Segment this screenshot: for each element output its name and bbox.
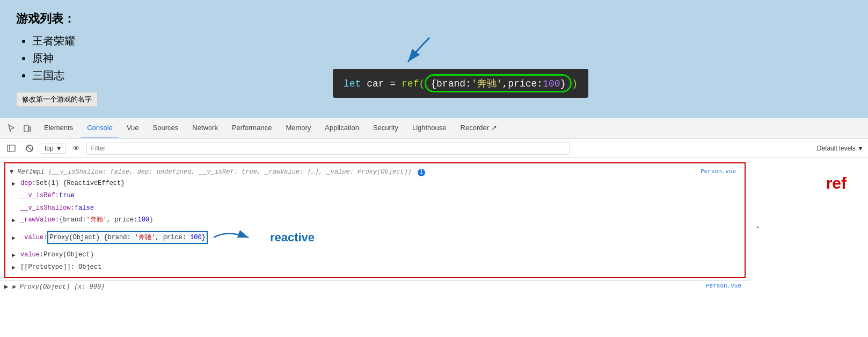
tab-vue[interactable]: Vue (120, 118, 145, 139)
default-levels-label: Default levels ▼ (817, 145, 864, 152)
blue-arrow (397, 32, 440, 67)
svg-rect-3 (8, 145, 15, 152)
rawvalue-line: ▶ _rawValue : {brand: '奔驰' , price: 100 … (10, 214, 740, 226)
code-op: = (390, 78, 402, 89)
reactive-annotation: reactive (270, 227, 315, 247)
v-isref-line: ▶ __v_isRef : true (10, 190, 740, 202)
ref-annotation: ref (826, 174, 847, 192)
v-isref-value: true (59, 190, 75, 201)
svg-line-6 (27, 146, 32, 150)
value-triangle[interactable]: ▶ (12, 233, 18, 243)
prototype-triangle[interactable]: ▶ (12, 263, 18, 273)
dot: · (755, 223, 761, 232)
proxy-price-val: 100 (190, 234, 202, 241)
ref-impl-header-row: ▼ RefImpl {__v_isShallow: false, dep: un… (10, 167, 740, 177)
v-isref-prop: __v_isRef (20, 190, 55, 201)
proxy-price: , price: (155, 234, 190, 241)
sidebar-toggle-icon[interactable] (4, 141, 18, 155)
value-prop: _value (20, 232, 43, 243)
proxy-brand: '奔驰' (135, 234, 155, 241)
proxy-close: } (202, 234, 206, 241)
person-vue-link-1[interactable]: Person.vue (701, 167, 740, 177)
tab-recorder[interactable]: Recorder ↗ (454, 118, 504, 139)
code-highlighted: {brand:'奔驰',price:100} (425, 74, 572, 92)
collapse-triangle[interactable]: ▼ (10, 168, 17, 176)
bottom-line-row: ▶ ▶ Proxy(Object) {x: 999} Person.vue (0, 280, 750, 293)
console-filter-bar: top ▼ 👁 Default levels ▼ (0, 139, 868, 158)
dep-prop: dep (20, 178, 32, 189)
code-fn: ref( (402, 78, 425, 89)
proxy-text: Proxy(Object) {brand: (49, 234, 134, 241)
value-colon: : (43, 232, 47, 243)
v-isshallow-colon: : (71, 203, 75, 213)
dep-value: Set(1) {ReactiveEffect} (36, 178, 125, 189)
top-label: top (45, 145, 54, 152)
prototype-text: [[Prototype]]: Object (20, 262, 101, 273)
value2-triangle[interactable]: ▶ (12, 250, 18, 261)
dep-line: ▶ dep : Set(1) {ReactiveEffect} (10, 177, 740, 190)
code-close: ) (572, 78, 578, 89)
code-keyword: let (344, 78, 361, 89)
rawvalue-colon: : (55, 214, 59, 225)
console-output: ▼ RefImpl {__v_isShallow: false, dep: un… (0, 158, 750, 337)
dep-colon: : (32, 178, 36, 189)
tab-memory[interactable]: Memory (279, 118, 317, 139)
console-right-annotation: ref · (750, 158, 868, 337)
reactive-arrow-svg (211, 227, 265, 248)
v-isshallow-value: false (75, 203, 94, 213)
tab-lighthouse[interactable]: Lighthouse (406, 118, 453, 139)
eye-icon[interactable]: 👁 (70, 143, 82, 154)
rawvalue-triangle[interactable]: ▶ (12, 216, 18, 226)
top-selector[interactable]: top ▼ (41, 143, 66, 154)
svg-rect-1 (24, 125, 28, 132)
ref-impl-label: RefImpl (17, 168, 48, 176)
toolbar-left-icons (4, 121, 34, 135)
device-toolbar-icon[interactable] (20, 121, 34, 135)
game-list-title: 游戏列表： (16, 11, 852, 27)
v-isshallow-prop: __v_isShallow (20, 203, 71, 213)
inspect-icon[interactable] (4, 121, 18, 135)
dep-triangle[interactable]: ▶ (12, 179, 18, 189)
value2-val: Proxy(Object) (43, 249, 94, 260)
tab-performance[interactable]: Performance (225, 118, 278, 139)
info-icon[interactable]: i (418, 169, 425, 176)
value2-prop: value (20, 249, 40, 260)
tab-security[interactable]: Security (367, 118, 405, 139)
bottom-person-vue-link[interactable]: Person.vue (706, 283, 746, 289)
rawvalue-price-val: 100 (137, 214, 149, 225)
prototype-line: ▶ [[Prototype]]: Object (10, 261, 740, 274)
top-area: 游戏列表： 王者荣耀 原神 三国志 修改第一个游戏的名字 let car = (0, 0, 868, 118)
v-isshallow-line: ▶ __v_isShallow : false (10, 202, 740, 214)
value-highlighted: Proxy(Object) {brand: '奔驰', price: 100} (47, 231, 207, 244)
tab-elements[interactable]: Elements (38, 118, 79, 139)
tab-network[interactable]: Network (186, 118, 224, 139)
ref-impl-header-text: ▼ RefImpl {__v_isShallow: false, dep: un… (10, 167, 425, 177)
devtools-toolbar: Elements Console Vue Sources Network Per… (0, 118, 868, 139)
value2-colon: : (40, 249, 43, 260)
clear-console-icon[interactable] (23, 141, 37, 155)
bottom-line-content: ▶ ▶ Proxy(Object) {x: 999} (4, 283, 105, 291)
tab-application[interactable]: Application (318, 118, 366, 139)
bottom-triangle[interactable]: ▶ (4, 283, 12, 291)
bottom-proxy-text: ▶ Proxy(Object) {x: 999} (12, 283, 105, 291)
rawvalue-brand: '奔驰' (86, 214, 106, 225)
console-main: ▼ RefImpl {__v_isShallow: false, dep: un… (0, 158, 868, 337)
rawvalue-value: {brand: (59, 214, 86, 225)
filter-input[interactable] (86, 142, 570, 155)
code-var: car (367, 78, 390, 89)
rawvalue-prop: _rawValue (20, 214, 55, 225)
default-levels-dropdown[interactable]: Default levels ▼ (817, 145, 864, 152)
rawvalue-close: } (149, 214, 153, 225)
tab-sources[interactable]: Sources (147, 118, 185, 139)
tab-console[interactable]: Console (81, 118, 119, 139)
rawvalue-price: , price: (107, 214, 138, 225)
modify-button[interactable]: 修改第一个游戏的名字 (16, 92, 98, 107)
value2-line: ▶ value : Proxy(Object) (10, 249, 740, 261)
ref-impl-props: {__v_isShallow: false, dep: undefined, _… (48, 168, 412, 176)
ref-impl-box: ▼ RefImpl {__v_isShallow: false, dep: un… (4, 162, 746, 278)
value-line: ▶ _value : Proxy(Object) {brand: '奔驰', p… (10, 226, 740, 249)
svg-rect-2 (29, 127, 31, 131)
top-dropdown-arrow: ▼ (56, 145, 62, 152)
console-content: ▼ RefImpl {__v_isShallow: false, dep: un… (0, 158, 868, 337)
code-block-container: let car = ref({brand:'奔驰',price:100}) (333, 32, 588, 98)
